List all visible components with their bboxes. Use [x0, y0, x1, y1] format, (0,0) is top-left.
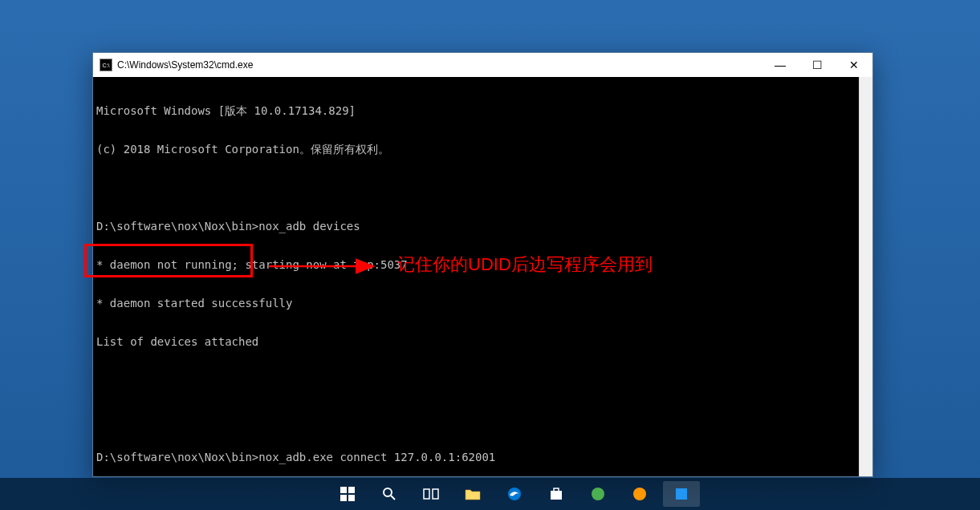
- terminal-line: Microsoft Windows [版本 10.0.17134.829]: [96, 104, 869, 117]
- terminal-line: (c) 2018 Microsoft Corporation。保留所有权利。: [96, 143, 869, 156]
- svg-rect-3: [348, 487, 355, 493]
- minimize-button[interactable]: —: [762, 53, 799, 77]
- svg-point-14: [633, 488, 646, 500]
- store-icon: [549, 487, 563, 501]
- svg-rect-4: [340, 495, 347, 501]
- svg-rect-8: [424, 489, 429, 499]
- search-icon: [382, 487, 396, 501]
- vertical-scrollbar[interactable]: [859, 77, 872, 476]
- app2-icon: [632, 487, 647, 501]
- terminal-output[interactable]: Microsoft Windows [版本 10.0.17134.829] (c…: [93, 77, 872, 476]
- maximize-button[interactable]: ☐: [799, 53, 836, 77]
- svg-rect-5: [348, 495, 355, 501]
- window-title: C:\Windows\System32\cmd.exe: [117, 59, 253, 71]
- svg-rect-12: [554, 488, 559, 492]
- svg-line-7: [391, 496, 395, 500]
- taskbar-store-button[interactable]: [538, 481, 575, 507]
- svg-rect-15: [676, 488, 687, 500]
- taskbar-search-button[interactable]: [371, 481, 408, 507]
- edge-icon: [507, 487, 522, 501]
- cmd-window: C:\ C:\Windows\System32\cmd.exe — ☐ ✕ Mi…: [92, 52, 873, 477]
- cmd-icon: C:\: [100, 59, 112, 71]
- taskbar-app3-button[interactable]: [663, 481, 700, 507]
- taskbar-edge-button[interactable]: [496, 481, 533, 507]
- taskbar[interactable]: [0, 478, 980, 510]
- svg-rect-2: [340, 487, 347, 493]
- app3-icon: [674, 487, 689, 501]
- terminal-line: [96, 412, 869, 425]
- svg-rect-9: [433, 489, 438, 499]
- taskbar-app2-button[interactable]: [621, 481, 658, 507]
- terminal-line: * daemon not running; starting now at tc…: [96, 258, 869, 271]
- taskbar-start-button[interactable]: [329, 481, 366, 507]
- terminal-line: * daemon started successfully: [96, 297, 869, 310]
- terminal-line: List of devices attached: [96, 335, 869, 348]
- title-bar[interactable]: C:\ C:\Windows\System32\cmd.exe — ☐ ✕: [93, 53, 872, 77]
- taskbar-explorer-button[interactable]: [454, 481, 491, 507]
- terminal-line: D:\software\nox\Nox\bin>nox_adb.exe conn…: [96, 451, 869, 463]
- app-icon: [591, 487, 605, 501]
- taskbar-taskview-button[interactable]: [413, 481, 449, 507]
- terminal-line: D:\software\nox\Nox\bin>nox_adb devices: [96, 220, 869, 233]
- window-controls: — ☐ ✕: [762, 53, 872, 77]
- close-button[interactable]: ✕: [836, 53, 872, 77]
- taskbar-app-button[interactable]: [579, 481, 616, 507]
- folder-icon: [465, 488, 481, 500]
- windows-logo-icon: [340, 487, 355, 501]
- taskview-icon: [423, 488, 439, 500]
- terminal-line: [96, 374, 869, 387]
- terminal-line: [96, 181, 869, 194]
- svg-point-13: [592, 488, 604, 500]
- svg-point-6: [384, 488, 392, 496]
